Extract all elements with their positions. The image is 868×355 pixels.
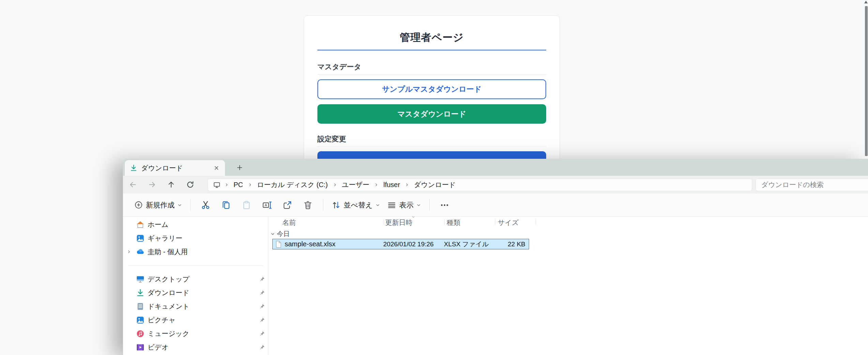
file-type: XLSX ファイル [444,240,495,249]
rename-icon: A [262,200,272,210]
column-separator[interactable] [495,219,495,225]
copy-button[interactable] [218,197,234,213]
file-size: 22 KB [495,241,528,248]
sidebar-item-label: デスクトップ [148,275,190,284]
sample-master-download-button[interactable]: サンプルマスタダウンロード [317,79,546,99]
new-button[interactable]: 新規作成 [131,198,185,213]
column-header-name[interactable]: 名前 [282,218,296,227]
breadcrumb-lfuser[interactable]: lfuser [382,180,401,189]
document-icon [136,302,145,311]
sidebar-item-onedrive[interactable]: 圭助 - 個人用 [123,245,268,259]
sidebar-item-label: ドキュメント [148,302,190,311]
file-row-selected[interactable]: sample-seat.xlsx 2026/01/02 19:26 XLSX フ… [272,239,529,249]
sidebar-item-gallery[interactable]: ギャラリー [123,231,268,245]
pin-icon [259,303,265,310]
breadcrumb-pc[interactable]: PC [232,180,244,189]
column-separator[interactable] [536,219,536,225]
search-box[interactable] [755,179,868,191]
file-name: sample-seat.xlsx [285,240,335,248]
rename-button[interactable]: A [259,197,275,213]
back-button[interactable] [128,179,138,190]
sidebar-item-downloads[interactable]: ダウンロード [123,286,268,299]
column-header-size[interactable]: サイズ [498,218,519,227]
new-tab-button[interactable] [234,162,245,173]
scissors-icon [200,200,211,210]
page-title: 管理者ページ [304,31,559,45]
toolbar-separator [190,199,191,211]
sidebar-item-pictures[interactable]: ピクチャ [123,313,268,327]
breadcrumb-local-disk[interactable]: ローカル ディスク (C:) [256,180,329,190]
sidebar-item-label: ピクチャ [148,315,176,325]
copy-icon [221,200,231,210]
sidebar-item-music[interactable]: ミュージック [123,327,268,340]
sidebar-item-desktop[interactable]: デスクトップ [123,272,268,286]
browser-scrollbar[interactable] [865,0,868,159]
chevron-down-icon [177,203,182,207]
chevron-right-icon [405,183,409,187]
share-icon [282,200,293,210]
view-lines-icon [387,200,396,210]
up-button[interactable] [166,179,177,190]
toolbar-separator [323,199,323,211]
refresh-icon [186,180,195,189]
explorer-tab-bar: ダウンロード [123,159,868,176]
sort-button-label: 並べ替え [344,200,373,210]
view-button[interactable]: 表示 [384,198,424,213]
new-button-label: 新規作成 [146,200,175,210]
settings-section-label: 設定変更 [317,134,346,144]
breadcrumb-downloads[interactable]: ダウンロード [413,180,457,190]
up-arrow-icon [167,180,176,189]
forward-button[interactable] [147,179,158,190]
sidebar-item-label: ダウンロード [148,288,189,297]
paste-button[interactable] [239,197,254,213]
explorer-tab-downloads[interactable]: ダウンロード [125,160,225,176]
pin-icon [259,290,265,296]
sort-icon [331,200,341,210]
file-modified: 2026/01/02 19:26 [383,241,444,248]
sort-button[interactable]: 並べ替え [328,198,384,213]
group-header-today[interactable]: 今日 [268,229,290,239]
more-options-button[interactable] [437,197,452,213]
share-button[interactable] [280,197,295,213]
sidebar-item-label: ミュージック [148,329,189,338]
column-separator[interactable] [384,219,384,225]
section-divider [317,146,546,147]
back-arrow-icon [129,180,137,189]
master-data-section-label: マスタデータ [317,62,361,72]
column-separator[interactable] [444,219,445,225]
chevron-down-icon [416,203,421,207]
pin-icon [259,330,265,337]
scrollbar-up-arrow-icon[interactable] [864,1,868,3]
sidebar-item-label: ホーム [148,220,168,229]
command-toolbar: 新規作成 A [123,194,868,217]
gallery-icon [136,234,145,243]
scrollbar-thumb[interactable] [865,6,868,156]
sidebar-section-gap [123,259,268,272]
sidebar-item-documents[interactable]: ドキュメント [123,299,268,313]
sidebar-item-home[interactable]: ホーム [123,218,268,231]
cut-button[interactable] [198,197,213,213]
pin-icon [259,317,265,323]
svg-text:A: A [265,203,267,207]
tab-close-button[interactable] [212,164,221,172]
file-icon [275,241,282,248]
search-input[interactable] [756,181,868,189]
breadcrumb-users[interactable]: ユーザー [341,180,371,190]
delete-button[interactable] [300,197,316,213]
master-download-button[interactable]: マスタダウンロード [317,104,546,124]
sidebar-item-label: ビデオ [148,343,168,352]
column-header-modified[interactable]: 更新日時 [385,218,413,227]
chevron-right-icon [333,183,337,187]
paste-icon [241,200,252,210]
column-header-type[interactable]: 種類 [447,218,460,227]
refresh-button[interactable] [185,179,196,190]
navigation-buttons [123,179,196,190]
sidebar-item-label: ギャラリー [148,234,182,243]
sidebar-item-videos[interactable]: ビデオ [123,340,268,354]
collapse-chevron-icon[interactable] [270,232,275,236]
address-bar[interactable]: PC ローカル ディスク (C:) ユーザー lfuser ダウンロード [208,179,752,191]
plus-circle-icon [134,200,143,210]
download-icon [136,288,145,297]
desktop-icon [136,275,145,284]
video-icon [136,343,145,352]
